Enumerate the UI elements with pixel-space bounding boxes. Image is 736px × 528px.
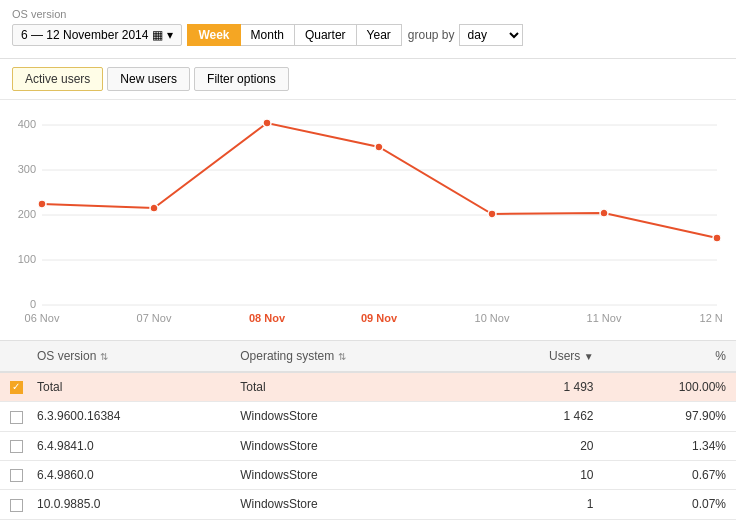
filter-row: Active users New users Filter options	[0, 59, 736, 100]
group-by-label: group by	[408, 28, 455, 42]
period-quarter-button[interactable]: Quarter	[294, 24, 357, 46]
checkbox-cell[interactable]	[0, 431, 27, 460]
operating-system-cell: Total	[230, 372, 476, 402]
table-section: OS version ⇅ Operating system ⇅ Users ▼ …	[0, 341, 736, 520]
checkbox-cell[interactable]	[0, 372, 27, 402]
svg-text:100: 100	[18, 253, 36, 265]
checkbox[interactable]	[10, 499, 23, 512]
checkbox[interactable]	[10, 440, 23, 453]
os-version-cell: 6.3.9600.16384	[27, 402, 230, 431]
users-cell: 1	[477, 490, 604, 519]
checkbox-header	[0, 341, 27, 372]
os-version-cell: 6.4.9860.0	[27, 460, 230, 489]
svg-text:0: 0	[30, 298, 36, 310]
period-year-button[interactable]: Year	[356, 24, 402, 46]
users-cell: 1 493	[477, 372, 604, 402]
sort-icon: ⇅	[100, 351, 108, 362]
svg-point-21	[488, 210, 496, 218]
table-row: TotalTotal1 493100.00%	[0, 372, 736, 402]
checkbox[interactable]	[10, 469, 23, 482]
svg-point-18	[150, 204, 158, 212]
date-range-button[interactable]: 6 — 12 November 2014 ▦ ▾	[12, 24, 182, 46]
os-version-header[interactable]: OS version ⇅	[27, 341, 230, 372]
table-row: 6.4.9860.0WindowsStore100.67%	[0, 460, 736, 489]
percent-cell: 100.00%	[604, 372, 736, 402]
os-version-cell: 6.4.9841.0	[27, 431, 230, 460]
svg-point-19	[263, 119, 271, 127]
users-cell: 1 462	[477, 402, 604, 431]
svg-point-22	[600, 209, 608, 217]
svg-text:400: 400	[18, 118, 36, 130]
period-buttons: Week Month Quarter Year	[188, 24, 401, 46]
period-month-button[interactable]: Month	[240, 24, 295, 46]
operating-system-cell: WindowsStore	[230, 431, 476, 460]
users-cell: 10	[477, 460, 604, 489]
svg-text:200: 200	[18, 208, 36, 220]
svg-text:10 Nov: 10 Nov	[475, 312, 510, 324]
svg-point-17	[38, 200, 46, 208]
new-users-button[interactable]: New users	[107, 67, 190, 91]
percent-cell: 1.34%	[604, 431, 736, 460]
users-header[interactable]: Users ▼	[477, 341, 604, 372]
operating-system-cell: WindowsStore	[230, 402, 476, 431]
svg-text:11 Nov: 11 Nov	[587, 312, 622, 324]
calendar-icon: ▦	[152, 28, 163, 42]
operating-system-cell: WindowsStore	[230, 490, 476, 519]
svg-point-20	[375, 143, 383, 151]
group-by-row: group by day week month	[408, 24, 523, 46]
table-body: TotalTotal1 493100.00%6.3.9600.16384Wind…	[0, 372, 736, 519]
chart-section: 400 300 200 100 0 06 Nov 07 Nov 08 Nov 0…	[0, 100, 736, 341]
svg-point-23	[713, 234, 721, 242]
svg-text:06 Nov: 06 Nov	[25, 312, 60, 324]
table-row: 10.0.9885.0WindowsStore10.07%	[0, 490, 736, 519]
date-range-text: 6 — 12 November 2014	[21, 28, 148, 42]
checkbox-cell[interactable]	[0, 402, 27, 431]
period-week-button[interactable]: Week	[187, 24, 240, 46]
svg-text:08 Nov: 08 Nov	[249, 312, 286, 324]
svg-text:07 Nov: 07 Nov	[137, 312, 172, 324]
chevron-down-icon: ▾	[167, 28, 173, 42]
date-range-row: 6 — 12 November 2014 ▦ ▾ Week Month Quar…	[12, 24, 724, 46]
table-row: 6.4.9841.0WindowsStore201.34%	[0, 431, 736, 460]
os-version-cell: Total	[27, 372, 230, 402]
checkbox-cell[interactable]	[0, 460, 27, 489]
percent-cell: 0.67%	[604, 460, 736, 489]
table-row: 6.3.9600.16384WindowsStore1 46297.90%	[0, 402, 736, 431]
os-version-cell: 10.0.9885.0	[27, 490, 230, 519]
percent-header: %	[604, 341, 736, 372]
table-header-row: OS version ⇅ Operating system ⇅ Users ▼ …	[0, 341, 736, 372]
os-version-label: OS version	[12, 8, 724, 20]
svg-text:12 Nov: 12 Nov	[700, 312, 722, 324]
chart-svg: 400 300 200 100 0 06 Nov 07 Nov 08 Nov 0…	[12, 110, 722, 330]
chart-container: 400 300 200 100 0 06 Nov 07 Nov 08 Nov 0…	[12, 110, 722, 330]
percent-cell: 0.07%	[604, 490, 736, 519]
filter-options-button[interactable]: Filter options	[194, 67, 289, 91]
operating-system-cell: WindowsStore	[230, 460, 476, 489]
checkbox[interactable]	[10, 411, 23, 424]
operating-system-header[interactable]: Operating system ⇅	[230, 341, 476, 372]
svg-text:09 Nov: 09 Nov	[361, 312, 398, 324]
users-cell: 20	[477, 431, 604, 460]
group-by-select[interactable]: day week month	[459, 24, 523, 46]
sort-down-icon: ▼	[584, 351, 594, 362]
percent-cell: 97.90%	[604, 402, 736, 431]
data-table: OS version ⇅ Operating system ⇅ Users ▼ …	[0, 341, 736, 520]
sort-icon: ⇅	[338, 351, 346, 362]
checkbox[interactable]	[10, 381, 23, 394]
header-section: OS version 6 — 12 November 2014 ▦ ▾ Week…	[0, 0, 736, 59]
checkbox-cell[interactable]	[0, 490, 27, 519]
active-users-button[interactable]: Active users	[12, 67, 103, 91]
svg-text:300: 300	[18, 163, 36, 175]
